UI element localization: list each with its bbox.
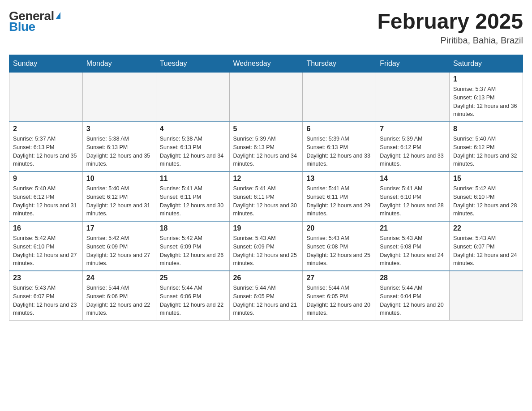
day-number: 15 [453, 175, 519, 183]
weekday-header-saturday: Saturday [450, 55, 523, 73]
day-info: Sunrise: 5:38 AMSunset: 6:13 PMDaylight:… [160, 135, 226, 168]
calendar-day-cell: 21Sunrise: 5:43 AMSunset: 6:08 PMDayligh… [376, 221, 450, 271]
day-number: 10 [86, 175, 152, 183]
day-number: 27 [306, 274, 372, 282]
day-info: Sunrise: 5:44 AMSunset: 6:04 PMDaylight:… [380, 284, 446, 317]
page-header: General Blue February 2025 Piritiba, Bah… [9, 9, 523, 46]
day-info: Sunrise: 5:43 AMSunset: 6:08 PMDaylight:… [380, 234, 446, 268]
calendar-day-cell: 16Sunrise: 5:42 AMSunset: 6:10 PMDayligh… [9, 221, 83, 271]
day-info: Sunrise: 5:43 AMSunset: 6:07 PMDaylight:… [13, 284, 79, 317]
day-number: 28 [380, 274, 446, 282]
calendar-day-cell: 1Sunrise: 5:37 AMSunset: 6:13 PMDaylight… [450, 73, 523, 122]
calendar-day-cell: 9Sunrise: 5:40 AMSunset: 6:12 PMDaylight… [9, 171, 83, 221]
day-info: Sunrise: 5:40 AMSunset: 6:12 PMDaylight:… [453, 135, 519, 168]
day-number: 21 [380, 224, 446, 232]
location-text: Piritiba, Bahia, Brazil [377, 35, 523, 46]
day-number: 20 [306, 224, 372, 232]
calendar-day-cell: 26Sunrise: 5:44 AMSunset: 6:05 PMDayligh… [229, 271, 303, 321]
day-number: 3 [86, 125, 152, 133]
day-number: 4 [160, 125, 226, 133]
calendar-day-cell [82, 73, 156, 122]
day-info: Sunrise: 5:42 AMSunset: 6:10 PMDaylight:… [453, 184, 519, 218]
calendar-day-cell: 8Sunrise: 5:40 AMSunset: 6:12 PMDaylight… [450, 122, 523, 171]
day-info: Sunrise: 5:41 AMSunset: 6:10 PMDaylight:… [380, 184, 446, 218]
day-number: 13 [306, 175, 372, 183]
day-number: 16 [13, 224, 79, 232]
day-info: Sunrise: 5:41 AMSunset: 6:11 PMDaylight:… [306, 184, 372, 218]
calendar-day-cell [9, 73, 83, 122]
day-info: Sunrise: 5:41 AMSunset: 6:11 PMDaylight:… [160, 184, 226, 218]
calendar-week-row: 9Sunrise: 5:40 AMSunset: 6:12 PMDaylight… [9, 171, 523, 221]
calendar-table: SundayMondayTuesdayWednesdayThursdayFrid… [9, 55, 523, 321]
calendar-day-cell: 11Sunrise: 5:41 AMSunset: 6:11 PMDayligh… [156, 171, 229, 221]
day-info: Sunrise: 5:44 AMSunset: 6:05 PMDaylight:… [233, 284, 299, 317]
day-info: Sunrise: 5:44 AMSunset: 6:05 PMDaylight:… [306, 284, 372, 317]
day-info: Sunrise: 5:39 AMSunset: 6:13 PMDaylight:… [306, 135, 372, 168]
day-number: 24 [86, 274, 152, 282]
title-section: February 2025 Piritiba, Bahia, Brazil [377, 9, 523, 46]
day-info: Sunrise: 5:39 AMSunset: 6:12 PMDaylight:… [380, 135, 446, 168]
day-number: 2 [13, 125, 79, 133]
calendar-day-cell: 22Sunrise: 5:43 AMSunset: 6:07 PMDayligh… [450, 221, 523, 271]
day-number: 17 [86, 224, 152, 232]
day-info: Sunrise: 5:44 AMSunset: 6:06 PMDaylight:… [86, 284, 152, 317]
calendar-week-row: 23Sunrise: 5:43 AMSunset: 6:07 PMDayligh… [9, 271, 523, 321]
calendar-week-row: 2Sunrise: 5:37 AMSunset: 6:13 PMDaylight… [9, 122, 523, 171]
weekday-header-thursday: Thursday [303, 55, 376, 73]
calendar-day-cell: 15Sunrise: 5:42 AMSunset: 6:10 PMDayligh… [450, 171, 523, 221]
calendar-day-cell: 24Sunrise: 5:44 AMSunset: 6:06 PMDayligh… [82, 271, 156, 321]
day-number: 8 [453, 125, 519, 133]
weekday-header-friday: Friday [376, 55, 450, 73]
calendar-day-cell: 7Sunrise: 5:39 AMSunset: 6:12 PMDaylight… [376, 122, 450, 171]
calendar-day-cell: 19Sunrise: 5:43 AMSunset: 6:09 PMDayligh… [229, 221, 303, 271]
day-number: 5 [233, 125, 299, 133]
day-number: 18 [160, 224, 226, 232]
calendar-day-cell: 20Sunrise: 5:43 AMSunset: 6:08 PMDayligh… [303, 221, 376, 271]
logo-blue-text: Blue [9, 20, 35, 34]
day-number: 23 [13, 274, 79, 282]
day-number: 26 [233, 274, 299, 282]
calendar-day-cell: 4Sunrise: 5:38 AMSunset: 6:13 PMDaylight… [156, 122, 229, 171]
calendar-day-cell [303, 73, 376, 122]
weekday-header-sunday: Sunday [9, 55, 83, 73]
day-info: Sunrise: 5:44 AMSunset: 6:06 PMDaylight:… [160, 284, 226, 317]
day-info: Sunrise: 5:37 AMSunset: 6:13 PMDaylight:… [13, 135, 79, 168]
day-number: 19 [233, 224, 299, 232]
day-info: Sunrise: 5:43 AMSunset: 6:07 PMDaylight:… [453, 234, 519, 268]
calendar-day-cell [450, 271, 523, 321]
calendar-day-cell: 12Sunrise: 5:41 AMSunset: 6:11 PMDayligh… [229, 171, 303, 221]
day-info: Sunrise: 5:39 AMSunset: 6:13 PMDaylight:… [233, 135, 299, 168]
day-number: 12 [233, 175, 299, 183]
day-info: Sunrise: 5:41 AMSunset: 6:11 PMDaylight:… [233, 184, 299, 218]
day-info: Sunrise: 5:43 AMSunset: 6:09 PMDaylight:… [233, 234, 299, 268]
day-info: Sunrise: 5:40 AMSunset: 6:12 PMDaylight:… [86, 184, 152, 218]
calendar-day-cell: 6Sunrise: 5:39 AMSunset: 6:13 PMDaylight… [303, 122, 376, 171]
calendar-day-cell: 5Sunrise: 5:39 AMSunset: 6:13 PMDaylight… [229, 122, 303, 171]
day-number: 22 [453, 224, 519, 232]
calendar-day-cell: 2Sunrise: 5:37 AMSunset: 6:13 PMDaylight… [9, 122, 83, 171]
day-info: Sunrise: 5:42 AMSunset: 6:09 PMDaylight:… [86, 234, 152, 268]
day-number: 1 [453, 75, 519, 83]
day-info: Sunrise: 5:38 AMSunset: 6:13 PMDaylight:… [86, 135, 152, 168]
calendar-day-cell: 23Sunrise: 5:43 AMSunset: 6:07 PMDayligh… [9, 271, 83, 321]
day-info: Sunrise: 5:40 AMSunset: 6:12 PMDaylight:… [13, 184, 79, 218]
day-info: Sunrise: 5:42 AMSunset: 6:09 PMDaylight:… [160, 234, 226, 268]
calendar-day-cell [156, 73, 229, 122]
day-number: 14 [380, 175, 446, 183]
logo: General Blue [9, 9, 60, 34]
weekday-header-monday: Monday [82, 55, 156, 73]
day-number: 7 [380, 125, 446, 133]
day-number: 25 [160, 274, 226, 282]
day-info: Sunrise: 5:37 AMSunset: 6:13 PMDaylight:… [453, 85, 519, 119]
calendar-day-cell: 17Sunrise: 5:42 AMSunset: 6:09 PMDayligh… [82, 221, 156, 271]
weekday-header-tuesday: Tuesday [156, 55, 229, 73]
calendar-day-cell: 28Sunrise: 5:44 AMSunset: 6:04 PMDayligh… [376, 271, 450, 321]
calendar-day-cell: 25Sunrise: 5:44 AMSunset: 6:06 PMDayligh… [156, 271, 229, 321]
calendar-week-row: 1Sunrise: 5:37 AMSunset: 6:13 PMDaylight… [9, 73, 523, 122]
day-number: 11 [160, 175, 226, 183]
month-title: February 2025 [377, 9, 523, 34]
calendar-week-row: 16Sunrise: 5:42 AMSunset: 6:10 PMDayligh… [9, 221, 523, 271]
calendar-day-cell [229, 73, 303, 122]
day-info: Sunrise: 5:42 AMSunset: 6:10 PMDaylight:… [13, 234, 79, 268]
weekday-header-row: SundayMondayTuesdayWednesdayThursdayFrid… [9, 55, 523, 73]
